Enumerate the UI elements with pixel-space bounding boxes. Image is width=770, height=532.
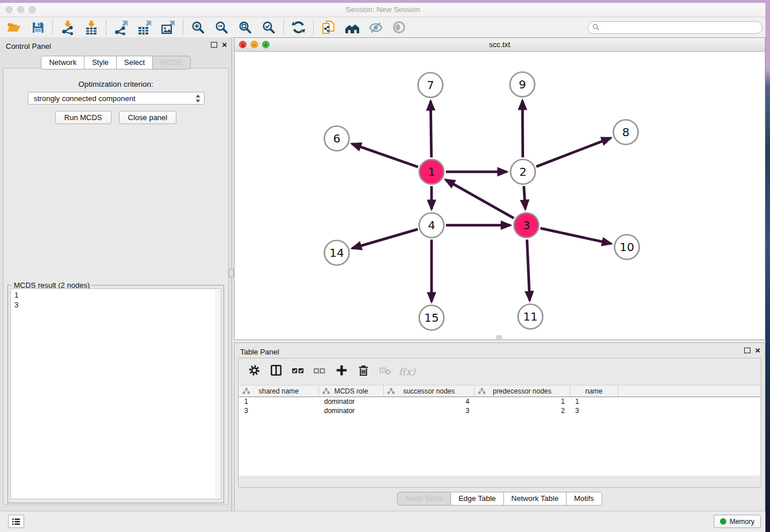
edge-4-14[interactable] xyxy=(352,229,418,248)
column-header-filler xyxy=(618,385,760,396)
task-history-button[interactable] xyxy=(8,515,24,528)
tab-network[interactable]: Network xyxy=(41,56,84,70)
network-overview-button[interactable] xyxy=(340,19,364,36)
network-canvas[interactable]: 1234678910111415 xyxy=(234,52,765,340)
table-tab-network-table[interactable]: Network Table xyxy=(504,492,567,506)
column-header-shared-name[interactable]: shared name xyxy=(239,385,319,396)
table-tab-motifs[interactable]: Motifs xyxy=(567,492,602,506)
canvas-resize-grip[interactable] xyxy=(496,336,502,339)
search-input[interactable] xyxy=(603,23,758,32)
export-network-button[interactable] xyxy=(109,19,133,36)
toolbar-separator xyxy=(183,20,183,35)
toggle-columns-button[interactable] xyxy=(266,363,286,381)
node-1[interactable]: 1 xyxy=(419,160,444,184)
mcds-result-textarea[interactable]: 1 3 xyxy=(10,288,221,499)
delete-table-button[interactable] xyxy=(375,363,395,381)
float-panel-icon[interactable] xyxy=(211,42,217,48)
import-network-button[interactable] xyxy=(56,19,79,36)
column-header-successor-nodes[interactable]: successor nodes xyxy=(384,385,475,396)
node-3[interactable]: 3 xyxy=(514,213,539,238)
table-tab-edge-table[interactable]: Edge Table xyxy=(451,492,504,506)
open-session-button[interactable] xyxy=(2,19,26,36)
memory-button[interactable]: Memory xyxy=(714,515,761,528)
criterion-dropdown[interactable]: strongly connected component xyxy=(28,92,205,105)
duplicate-network-button[interactable] xyxy=(317,19,340,36)
column-header-MCDS-role[interactable]: MCDS role xyxy=(319,385,384,396)
duplicate-network-icon xyxy=(321,20,336,35)
folder-open-icon xyxy=(6,21,22,34)
panel-divider-handle[interactable] xyxy=(229,269,234,277)
cell[interactable] xyxy=(618,406,760,415)
table-tab-node-table[interactable]: Node Table xyxy=(397,492,451,506)
table-settings-button[interactable] xyxy=(244,363,264,381)
node-6[interactable]: 6 xyxy=(325,126,349,151)
cell[interactable]: 4 xyxy=(384,397,475,406)
zoom-in-button[interactable] xyxy=(186,19,210,36)
close-panel-button[interactable]: Close panel xyxy=(119,111,177,124)
create-column-button[interactable] xyxy=(332,363,351,381)
select-all-columns-button[interactable] xyxy=(288,363,307,381)
column-header-name[interactable]: name xyxy=(570,385,618,396)
node-2[interactable]: 2 xyxy=(511,160,536,184)
function-builder-button[interactable]: f(x) xyxy=(397,363,417,381)
cell[interactable]: 1 xyxy=(570,397,618,406)
edge-1-7[interactable] xyxy=(430,101,431,157)
edge-3-10[interactable] xyxy=(540,228,611,244)
node-4[interactable]: 4 xyxy=(419,213,444,238)
edge-2-8[interactable] xyxy=(536,138,611,167)
birds-eye-view-button[interactable] xyxy=(387,19,411,36)
node-7[interactable]: 7 xyxy=(418,73,443,98)
node-11[interactable]: 11 xyxy=(518,304,543,329)
search-icon xyxy=(592,24,600,31)
delete-column-button[interactable] xyxy=(353,363,373,381)
close-table-panel-icon[interactable]: × xyxy=(755,347,760,354)
edge-2-9[interactable] xyxy=(522,101,523,157)
eye-slash-icon xyxy=(368,21,383,34)
tab-select[interactable]: Select xyxy=(117,56,153,70)
criterion-dropdown-value: strongly connected component xyxy=(34,94,195,103)
apply-layout-button[interactable] xyxy=(287,19,310,36)
table-row-2[interactable]: 3dominator323 xyxy=(239,406,760,415)
export-table-button[interactable] xyxy=(133,19,156,36)
search-box[interactable] xyxy=(588,21,763,34)
save-session-button[interactable] xyxy=(26,19,49,36)
edge-1-6[interactable] xyxy=(352,144,418,167)
deselect-all-columns-button[interactable] xyxy=(310,363,329,381)
cell[interactable]: 2 xyxy=(475,406,570,415)
import-table-button[interactable] xyxy=(79,19,103,36)
cell[interactable]: 3 xyxy=(570,406,618,415)
import-network-icon xyxy=(60,20,75,35)
export-image-button[interactable] xyxy=(156,19,180,36)
node-10[interactable]: 10 xyxy=(615,235,640,260)
node-9[interactable]: 9 xyxy=(510,72,535,97)
run-mcds-button[interactable]: Run MCDS xyxy=(55,111,111,124)
cell[interactable]: 1 xyxy=(475,397,570,406)
table-row-1[interactable]: 1dominator411 xyxy=(239,397,760,406)
cell[interactable] xyxy=(618,397,760,406)
cell[interactable]: 1 xyxy=(239,397,319,406)
node-14[interactable]: 14 xyxy=(325,241,349,265)
zoom-fit-button[interactable] xyxy=(233,19,257,36)
network-window-title: scc.txt xyxy=(234,40,765,49)
close-panel-icon[interactable]: × xyxy=(222,41,227,48)
table-x-icon xyxy=(378,364,392,379)
zoom-in-icon xyxy=(191,21,205,34)
cell[interactable]: 3 xyxy=(384,406,475,415)
tab-style[interactable]: Style xyxy=(84,56,117,70)
cell[interactable]: dominator xyxy=(319,406,384,415)
cell[interactable]: dominator xyxy=(319,397,384,406)
cell[interactable]: 3 xyxy=(239,406,319,415)
result-scrollbar[interactable] xyxy=(215,290,220,498)
hide-graphics-details-button[interactable] xyxy=(364,19,387,36)
tab-mcds[interactable]: MCDS xyxy=(153,56,190,70)
edge-2-3[interactable] xyxy=(524,186,526,209)
node-8[interactable]: 8 xyxy=(614,120,638,145)
column-header-predecessor-nodes[interactable]: predecessor nodes xyxy=(475,385,570,396)
toolbar-separator xyxy=(52,20,53,35)
zoom-selected-button[interactable] xyxy=(257,19,280,36)
float-table-panel-icon[interactable] xyxy=(744,348,750,353)
zoom-out-button[interactable] xyxy=(210,19,233,36)
edge-3-1[interactable] xyxy=(445,180,514,218)
node-15[interactable]: 15 xyxy=(419,306,444,330)
edge-3-11[interactable] xyxy=(527,240,530,300)
